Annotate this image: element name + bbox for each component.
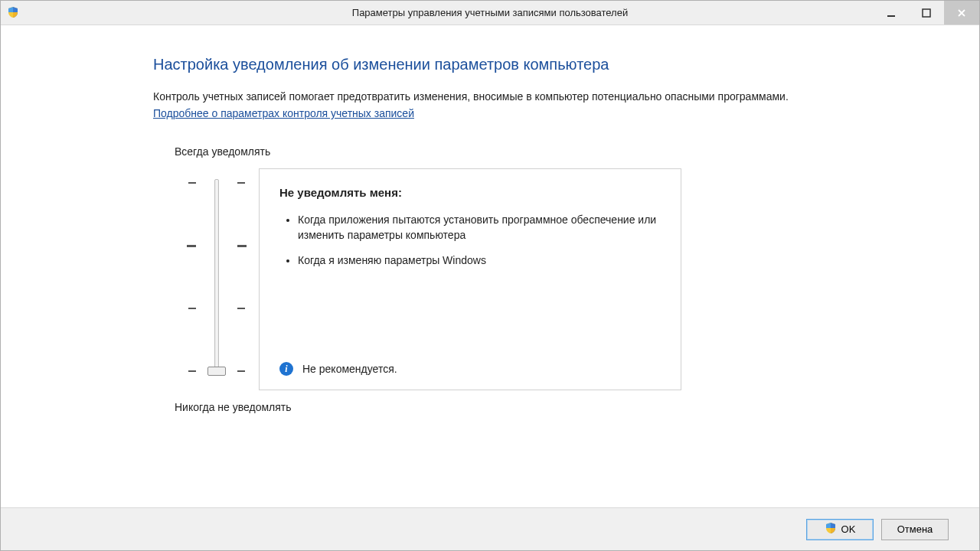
slider-thumb[interactable] (207, 367, 226, 376)
window-controls (874, 1, 979, 24)
close-button[interactable] (944, 1, 979, 24)
cancel-button[interactable]: Отмена (881, 519, 949, 540)
titlebar: Параметры управления учетными записями п… (1, 1, 979, 25)
uac-settings-window: Параметры управления учетными записями п… (0, 0, 980, 551)
page-description: Контроль учетных записей помогает предот… (153, 89, 827, 104)
minimize-button[interactable] (874, 1, 909, 24)
info-panel: Не уведомлять меня: Когда приложения пыт… (259, 168, 681, 390)
recommendation-text: Не рекомендуется. (302, 363, 397, 375)
svg-rect-0 (887, 15, 895, 17)
info-list: Когда приложения пытаются установить про… (279, 213, 661, 279)
recommendation-row: i Не рекомендуется. (279, 362, 661, 376)
slider-track (214, 179, 219, 373)
slider-label-top: Всегда уведомлять (175, 145, 827, 158)
list-item: Когда я изменяю параметры Windows (298, 253, 661, 269)
shield-icon (7, 6, 21, 20)
info-icon: i (279, 362, 293, 376)
svg-rect-1 (923, 9, 930, 17)
slider-label-bottom: Никогда не уведомлять (175, 401, 827, 413)
page-heading: Настройка уведомления об изменении парам… (153, 56, 827, 73)
cancel-button-label: Отмена (897, 523, 933, 535)
info-title: Не уведомлять меня: (279, 186, 661, 199)
shield-icon (825, 522, 837, 536)
dialog-footer: OK Отмена (1, 507, 979, 550)
notification-slider[interactable] (175, 168, 259, 390)
window-title: Параметры управления учетными записями п… (1, 7, 979, 18)
content-area: Настройка уведомления об изменении парам… (1, 25, 979, 507)
ok-button[interactable]: OK (806, 519, 874, 540)
ok-button-label: OK (841, 523, 856, 535)
learn-more-link[interactable]: Подробнее о параметрах контроля учетных … (153, 107, 414, 119)
maximize-button[interactable] (909, 1, 944, 24)
list-item: Когда приложения пытаются установить про… (298, 213, 661, 243)
